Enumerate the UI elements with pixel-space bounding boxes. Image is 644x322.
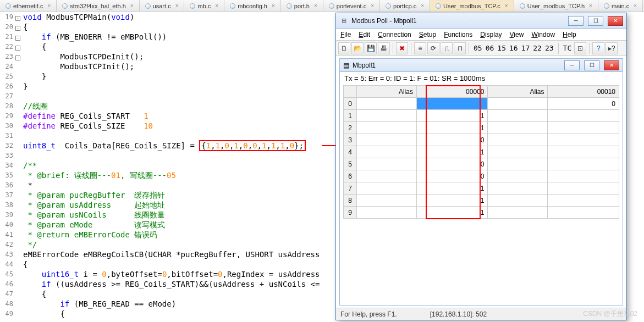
col-header[interactable]: 00010: [548, 86, 619, 98]
modbus-poll-window: ⊞ Modbus Poll - Mbpoll1 ─ ☐ ✕ FileEditCo…: [335, 13, 627, 320]
pulse-icon[interactable]: ⎍: [441, 42, 453, 54]
help-icon[interactable]: ?: [592, 42, 604, 54]
code-editor: 1920212223242526272829303132333435363738…: [0, 12, 330, 322]
doc-close-button[interactable]: ✕: [604, 60, 619, 70]
menu-connection[interactable]: Connection: [378, 31, 411, 38]
table-row[interactable]: 11: [344, 110, 619, 122]
mp-titlebar[interactable]: ⊞ Modbus Poll - Mbpoll1 ─ ☐ ✕: [336, 13, 626, 29]
print-icon[interactable]: 🖶: [378, 42, 390, 54]
fcode-16[interactable]: 16: [508, 44, 520, 52]
tab-port.h[interactable]: port.h×: [281, 0, 323, 12]
tc-dots-icon[interactable]: ⊡: [574, 42, 586, 54]
mp-menubar: FileEditConnectionSetupFunctionsDisplayV…: [336, 29, 626, 41]
mp-app-icon: ⊞: [339, 16, 348, 25]
mp-document: ▤ Mbpoll1 ─ ☐ ✕ Tx = 5: Err = 0: ID = 1:…: [339, 58, 623, 306]
status-conn: [192.168.1.10]: 502: [430, 310, 487, 318]
table-row[interactable]: 81: [344, 195, 619, 207]
menu-functions[interactable]: Functions: [444, 31, 472, 38]
menu-help[interactable]: Help: [563, 31, 576, 38]
doc-maximize-button[interactable]: ☐: [584, 60, 599, 70]
doc-minimize-button[interactable]: ─: [564, 60, 580, 70]
col-header[interactable]: 00000: [416, 86, 488, 98]
table-row[interactable]: 50: [344, 158, 619, 170]
file-tabs: ethernetif.c×stm32f4xx_hal_eth.h×usart.c…: [0, 0, 644, 12]
watermark: CSDN @千里马02: [583, 309, 637, 319]
table-row[interactable]: 21: [344, 122, 619, 134]
tab-usart.c[interactable]: usart.c×: [140, 0, 185, 12]
col-header[interactable]: Alias: [488, 86, 548, 98]
table-row[interactable]: 30: [344, 134, 619, 146]
table-row[interactable]: 60: [344, 170, 619, 182]
tc-label[interactable]: TC: [562, 44, 574, 52]
tab-User_modbus_TCP.c[interactable]: User_modbus_TCP.c×: [430, 0, 514, 12]
menu-display[interactable]: Display: [480, 31, 502, 38]
tab-stm32f4xx_hal_eth.h[interactable]: stm32f4xx_hal_eth.h×: [57, 0, 139, 12]
fcode-05[interactable]: 05: [472, 44, 484, 52]
fcode-06[interactable]: 06: [484, 44, 496, 52]
tab-portevent.c[interactable]: portevent.c×: [323, 0, 380, 12]
fx-icon[interactable]: ≡: [414, 42, 426, 54]
menu-view[interactable]: View: [510, 31, 524, 38]
fcode-22[interactable]: 22: [531, 44, 543, 52]
save-icon[interactable]: 💾: [365, 42, 377, 54]
mp-doc-title-text: Mbpoll1: [353, 62, 560, 69]
fcode-23[interactable]: 23: [543, 44, 555, 52]
table-row[interactable]: 41: [344, 146, 619, 158]
menu-window[interactable]: Window: [531, 31, 555, 38]
auto-icon[interactable]: ⟳: [427, 42, 439, 54]
minimize-button[interactable]: ─: [568, 16, 584, 26]
disconnect-icon[interactable]: ✖: [396, 42, 408, 54]
col-header[interactable]: [344, 86, 357, 98]
mp-stat-line: Tx = 5: Err = 0: ID = 1: F = 01: SR = 10…: [340, 72, 623, 85]
tab-User_modbus_TCP.h[interactable]: User_modbus_TCP.h×: [514, 0, 598, 12]
col-header[interactable]: Alias: [357, 86, 417, 98]
mp-title-text: Modbus Poll - Mbpoll1: [351, 17, 564, 25]
menu-setup[interactable]: Setup: [419, 31, 436, 38]
fcode-15[interactable]: 15: [496, 44, 508, 52]
about-icon[interactable]: ▸?: [606, 42, 618, 54]
tab-main.c[interactable]: main.c×: [598, 0, 643, 12]
maximize-button[interactable]: ☐: [588, 16, 603, 26]
tab-mbconfig.h[interactable]: mbconfig.h×: [224, 0, 281, 12]
sig-icon[interactable]: ⊓: [454, 42, 466, 54]
menu-file[interactable]: File: [340, 31, 351, 38]
table-row[interactable]: 00: [344, 98, 619, 110]
mp-doc-titlebar[interactable]: ▤ Mbpoll1 ─ ☐ ✕: [340, 59, 623, 72]
tab-porttcp.c[interactable]: porttcp.c×: [380, 0, 430, 12]
open-icon[interactable]: 📂: [351, 42, 364, 54]
new-icon[interactable]: 🗋: [338, 42, 350, 54]
close-button[interactable]: ✕: [608, 16, 623, 26]
mp-toolbar: 🗋 📂 💾 🖶 ✖ ≡ ⟳ ⎍ ⊓ 05061516172223 TC ⊡ ? …: [336, 41, 626, 56]
menu-edit[interactable]: Edit: [359, 31, 370, 38]
table-row[interactable]: 71: [344, 182, 619, 195]
tab-mb.c[interactable]: mb.c×: [184, 0, 224, 12]
status-help: For Help, press F1.: [340, 310, 397, 318]
mp-doc-icon: ▤: [343, 62, 349, 69]
mp-grid[interactable]: Alias00000Alias0001000112130415060718191: [343, 85, 619, 302]
table-row[interactable]: 91: [344, 207, 619, 219]
fcode-17[interactable]: 17: [520, 44, 532, 52]
tab-ethernetif.c[interactable]: ethernetif.c×: [0, 0, 57, 12]
